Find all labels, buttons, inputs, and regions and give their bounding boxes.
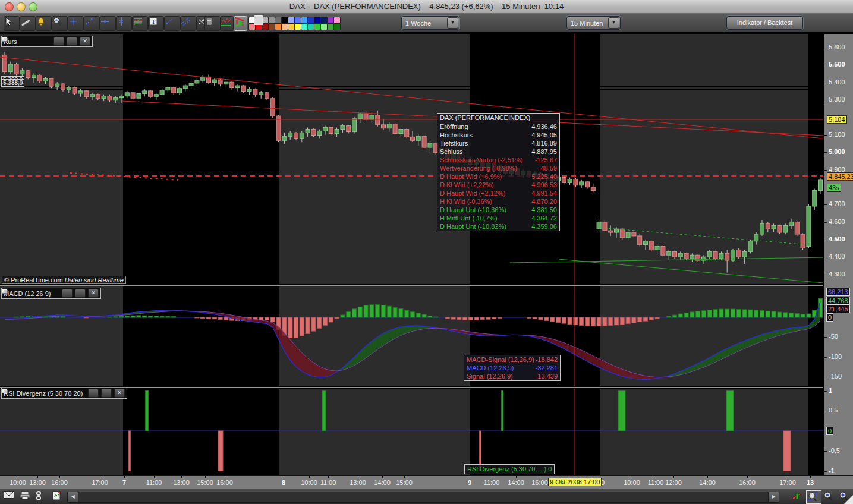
- candle-body: [143, 91, 147, 94]
- print-button[interactable]: [20, 491, 33, 502]
- macd-settings-button[interactable]: [62, 289, 73, 298]
- candle-body: [294, 133, 298, 138]
- candle-body: [428, 143, 432, 147]
- macd-histogram-bar: [609, 317, 613, 326]
- price-axis[interactable]: 5.6005.5005.4005.3005.1005.0004.9004.700…: [823, 34, 853, 489]
- scroll-right-button[interactable]: ▶: [768, 492, 779, 503]
- rsi-close-button[interactable]: ✕: [114, 389, 125, 398]
- candle-body: [411, 137, 415, 140]
- time-tick-mark: [404, 476, 405, 478]
- time-tick-mark: [492, 476, 492, 478]
- macd-histogram-bar: [358, 307, 362, 317]
- time-tick-mark: [309, 476, 310, 478]
- macd-histogram-bar: [626, 317, 630, 324]
- time-tick-mark: [673, 476, 674, 478]
- macd-panel-header[interactable]: MACD (12 26 9) ✕: [1, 288, 101, 299]
- kurs-panel-header[interactable]: Kurs ✕: [1, 36, 93, 47]
- macd-cloud: [290, 340, 296, 367]
- macd-histogram-bar: [696, 311, 700, 317]
- mail-icon: [4, 491, 14, 499]
- color-swatch[interactable]: [254, 15, 263, 25]
- macd-histogram-bar: [638, 317, 642, 322]
- time-tick-mark: [788, 476, 788, 478]
- price-tick-mark: [824, 257, 827, 257]
- kurs-tooltip: DAX (PERFORMANCEINDEX)Eröffnung4.936,46H…: [437, 113, 560, 231]
- rsi-tick-mark: [824, 471, 827, 472]
- panel-divider[interactable]: [0, 284, 823, 286]
- rsi-settings-button[interactable]: [88, 389, 99, 398]
- zoom-region-button[interactable]: [806, 490, 821, 504]
- horizontal-scrollbar[interactable]: [78, 492, 769, 503]
- kurs-settings-button[interactable]: [53, 37, 64, 46]
- candle-body: [247, 89, 251, 92]
- link-button[interactable]: [36, 491, 49, 502]
- candle-body: [119, 96, 124, 98]
- scroll-left-button[interactable]: ◀: [67, 492, 78, 503]
- macd-histogram-bar: [474, 317, 479, 320]
- rsi-tick-mark: [824, 451, 827, 452]
- macd-histogram-bar: [387, 306, 391, 317]
- macd-histogram-bar: [649, 317, 653, 320]
- session-band: [808, 389, 823, 475]
- macd-histogram-bar: [778, 312, 782, 317]
- time-axis[interactable]: 10:0013:0016:0017:00711:0013:0015:0016:0…: [0, 475, 853, 489]
- folder-icon: [2, 288, 8, 294]
- kurs-close-button[interactable]: ✕: [80, 37, 90, 46]
- resize-grip[interactable]: [843, 495, 853, 504]
- tooltip-row: D Kl Wid (+2,22%)4.996,53: [437, 181, 559, 189]
- macd-histogram-bar: [719, 309, 723, 317]
- macd-window-button[interactable]: [75, 289, 86, 298]
- macd-histogram-bar: [125, 316, 129, 317]
- macd-histogram-bar: [451, 317, 455, 319]
- rsi-panel-header[interactable]: RSI Divergenz (5 30 70 20) ✕: [1, 388, 127, 399]
- macd-histogram-bar: [690, 312, 694, 317]
- candle-body: [137, 94, 141, 99]
- rsi-window-button[interactable]: [101, 389, 112, 398]
- macd-histogram-bar: [678, 314, 682, 317]
- time-tick-mark: [181, 476, 182, 478]
- tooltip-row: Schlusskurs Vortag (-2,51%)-125,67: [437, 156, 559, 164]
- macd-tick-label: -50: [829, 333, 838, 340]
- time-tick-label: 17:00: [92, 479, 108, 486]
- time-tick-label: 10:00: [624, 479, 640, 486]
- rsi-bar: [218, 431, 223, 471]
- candle-body: [84, 91, 89, 97]
- macd-histogram-bar: [166, 316, 170, 317]
- macd-histogram-bar: [84, 317, 89, 318]
- time-tick-label: 11:00: [484, 479, 500, 486]
- candle-body: [241, 86, 245, 91]
- candle-body: [399, 129, 403, 133]
- macd-close-button[interactable]: ✕: [88, 289, 99, 298]
- macd-histogram-bar: [586, 317, 590, 326]
- price-tick-mark: [824, 135, 827, 136]
- rsi-tick-label: 0,5: [829, 407, 838, 414]
- zoom-out-button[interactable]: [823, 491, 836, 502]
- macd-histogram-bar: [603, 317, 607, 326]
- chart-settings-button[interactable]: [791, 491, 804, 502]
- macd-histogram-bar: [591, 317, 595, 326]
- macd-histogram-bar: [114, 317, 118, 317]
- time-tick-mark: [225, 476, 225, 478]
- mail-button[interactable]: [4, 491, 17, 502]
- chart-page-button[interactable]: [52, 491, 65, 502]
- chart-plot[interactable]: [0, 0, 853, 504]
- macd-histogram-bar: [574, 317, 578, 325]
- time-tick-label: 13: [807, 479, 814, 486]
- macd-histogram-bar: [108, 317, 112, 317]
- candle-body: [626, 232, 630, 238]
- candle-body: [49, 78, 53, 86]
- candle-body: [8, 64, 12, 72]
- time-tick-label: 11:00: [146, 479, 162, 486]
- macd-histogram-bar: [527, 317, 531, 318]
- candle-body: [183, 86, 187, 89]
- time-tick-label: 13:00: [173, 479, 190, 486]
- macd-histogram-bar: [306, 317, 310, 333]
- rsi-bar: [502, 391, 503, 431]
- kurs-window-button[interactable]: [67, 37, 77, 46]
- macd-histogram-bar: [644, 317, 648, 321]
- macd-histogram-bar: [760, 310, 764, 317]
- candle-body: [673, 251, 677, 257]
- rsi-bar: [322, 391, 326, 431]
- macd-histogram-bar: [131, 316, 135, 317]
- macd-histogram-bar: [667, 316, 671, 317]
